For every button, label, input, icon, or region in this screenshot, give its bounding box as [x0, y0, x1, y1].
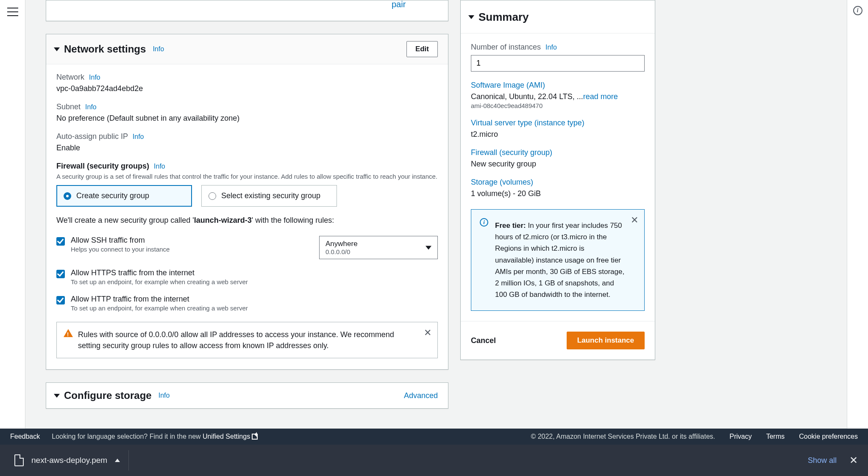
menu-icon[interactable]	[7, 8, 18, 16]
firewall-summary-value: New security group	[471, 160, 645, 169]
firewall-label-link[interactable]: Firewall (security group)	[471, 148, 645, 157]
chevron-down-icon[interactable]	[54, 394, 60, 398]
radio-existing-label: Select existing security group	[221, 191, 320, 200]
external-link-icon	[252, 434, 258, 440]
file-icon	[14, 454, 24, 466]
chevron-down-icon[interactable]	[54, 47, 60, 51]
info-link[interactable]: Info	[85, 103, 97, 111]
num-instances-field: Number of instances Info	[471, 43, 645, 72]
auto-ip-label: Auto-assign public IP	[56, 132, 128, 141]
subnet-label: Subnet	[56, 102, 81, 111]
privacy-link[interactable]: Privacy	[729, 433, 751, 440]
firewall-label: Firewall (security groups)	[56, 162, 149, 170]
cookie-preferences-link[interactable]: Cookie preferences	[799, 433, 858, 440]
subnet-field: Subnet Info No preference (Default subne…	[56, 102, 438, 123]
sg-sentence-pre: We'll create a new security group called…	[56, 216, 194, 224]
ami-id: ami-08c40ec9ead489470	[471, 102, 645, 109]
warning-icon	[64, 329, 73, 337]
chevron-down-icon[interactable]	[468, 15, 474, 19]
instance-type-label-link[interactable]: Virtual server type (instance type)	[471, 119, 645, 127]
create-key-pair-link[interactable]: pair	[392, 0, 406, 9]
radio-existing-sg[interactable]: Select existing security group	[201, 185, 337, 207]
chevron-down-icon	[426, 246, 431, 249]
info-link[interactable]: Info	[89, 74, 100, 81]
allow-https-row: Allow HTTPS traffic from the internet To…	[56, 268, 438, 285]
summary-actions: Cancel Launch instance	[461, 321, 655, 360]
configure-storage-title: Configure storage	[64, 390, 152, 401]
sg-sentence-post: ' with the following rules:	[252, 216, 334, 224]
subnet-value: No preference (Default subnet in any ava…	[56, 114, 438, 123]
feedback-link[interactable]: Feedback	[10, 433, 40, 440]
security-group-mode: Create security group Select existing se…	[56, 185, 438, 207]
download-chip[interactable]: next-aws-deploy.pem	[12, 450, 129, 470]
allow-ssh-title: Allow SSH traffic from	[71, 236, 295, 245]
allow-ssh-checkbox[interactable]	[56, 237, 65, 246]
network-settings-panel: Network settings Info Edit Network Info …	[46, 34, 448, 370]
network-value: vpc-0a9abb724ad4ebd2e	[56, 84, 438, 93]
info-link[interactable]: Info	[153, 45, 164, 53]
free-tier-bold: Free tier:	[495, 221, 526, 230]
ami-read-more-link[interactable]: read more	[583, 92, 618, 101]
configure-storage-panel: Configure storage Info Advanced	[46, 382, 448, 409]
terms-link[interactable]: Terms	[766, 433, 785, 440]
network-label: Network	[56, 73, 84, 81]
auto-ip-field: Auto-assign public IP Info Enable	[56, 132, 438, 152]
right-help-rail: i	[847, 0, 868, 429]
main-column: pair Network settings Info Edit Network	[46, 0, 448, 409]
cancel-button[interactable]: Cancel	[471, 336, 496, 345]
num-instances-label: Number of instances	[471, 43, 541, 51]
summary-header: Summary	[461, 0, 655, 33]
close-icon[interactable]: ✕	[631, 216, 638, 225]
sg-name: launch-wizard-3	[194, 216, 252, 224]
allow-https-title: Allow HTTPS traffic from the internet	[71, 268, 438, 277]
free-tier-info: i ✕ Free tier: In your first year includ…	[471, 209, 645, 311]
allow-https-help: To set up an endpoint, for example when …	[71, 278, 438, 285]
network-settings-header: Network settings Info Edit	[46, 34, 448, 64]
footer-bar: Feedback Looking for language selection?…	[0, 429, 868, 445]
info-icon[interactable]: i	[853, 6, 862, 15]
info-link[interactable]: Info	[545, 44, 557, 51]
allow-ssh-help: Helps you connect to your instance	[71, 246, 295, 253]
close-icon[interactable]: ✕	[849, 454, 858, 466]
edit-button[interactable]: Edit	[406, 41, 438, 57]
firewall-summary-field: Firewall (security group) New security g…	[471, 148, 645, 169]
show-all-downloads[interactable]: Show all	[808, 456, 837, 465]
storage-label-link[interactable]: Storage (volumes)	[471, 178, 645, 187]
allow-https-checkbox[interactable]	[56, 270, 65, 278]
info-link[interactable]: Info	[154, 163, 165, 170]
allow-http-help: To set up an endpoint, for example when …	[71, 304, 438, 312]
radio-create-sg[interactable]: Create security group	[56, 185, 192, 207]
allow-ssh-row: Allow SSH traffic from Helps you connect…	[56, 236, 438, 259]
network-field: Network Info vpc-0a9abb724ad4ebd2e	[56, 73, 438, 93]
content-area: pair Network settings Info Edit Network	[25, 0, 847, 429]
summary-column: Summary Number of instances Info Softwar…	[460, 0, 655, 360]
summary-panel: Summary Number of instances Info Softwar…	[460, 0, 655, 360]
footer-lang-pre: Looking for language selection? Find it …	[52, 433, 203, 440]
ssh-source-value: Anywhere	[326, 240, 431, 248]
chevron-up-icon[interactable]	[115, 459, 120, 462]
unified-settings-link[interactable]: Unified Settings	[203, 433, 258, 440]
info-icon: i	[480, 218, 488, 227]
info-link[interactable]: Info	[133, 133, 144, 140]
allow-http-title: Allow HTTP traffic from the internet	[71, 295, 438, 304]
firewall-help: A security group is a set of firewall ru…	[56, 172, 438, 181]
launch-instance-button[interactable]: Launch instance	[567, 332, 645, 349]
info-link[interactable]: Info	[159, 392, 170, 399]
left-nav-rail	[0, 0, 25, 429]
allow-http-row: Allow HTTP traffic from the internet To …	[56, 295, 438, 312]
storage-advanced-link[interactable]: Advanced	[404, 391, 438, 400]
summary-title: Summary	[479, 11, 529, 24]
num-instances-input[interactable]	[471, 55, 645, 72]
storage-summary-value: 1 volume(s) - 20 GiB	[471, 189, 645, 198]
close-icon[interactable]: ✕	[424, 328, 431, 338]
radio-icon	[209, 192, 216, 200]
ami-label-link[interactable]: Software Image (AMI)	[471, 81, 645, 90]
free-tier-text: In your first year includes 750 hours of…	[495, 221, 624, 299]
allow-http-checkbox[interactable]	[56, 296, 65, 304]
ami-field: Software Image (AMI) Canonical, Ubuntu, …	[471, 81, 645, 109]
sg-sentence: We'll create a new security group called…	[56, 216, 438, 225]
ssh-source-select[interactable]: Anywhere 0.0.0.0/0	[319, 236, 438, 259]
storage-summary-field: Storage (volumes) 1 volume(s) - 20 GiB	[471, 178, 645, 198]
keypair-panel: pair	[46, 0, 448, 21]
network-settings-title: Network settings	[64, 43, 146, 55]
